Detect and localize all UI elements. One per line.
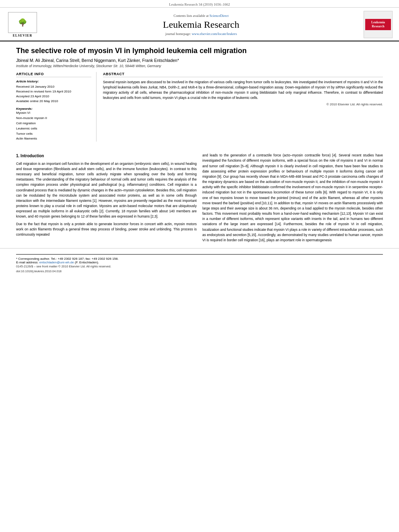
header-center: Contents lists available at ScienceDirec… xyxy=(39,14,364,36)
keywords-label: Keywords: xyxy=(16,107,91,111)
footer-doi: doi:10.1016/j.leukres.2010.04.018 xyxy=(16,269,383,273)
history-item-1: Received in revised form 19 April 2010 xyxy=(16,89,91,94)
footer-issn: 0145-2126/$ – see front matter © 2010 El… xyxy=(16,264,383,269)
article-meta-row: ARTICLE INFO Article history: Received 1… xyxy=(16,72,383,142)
elsevier-logo-box: 🌳 xyxy=(8,12,37,33)
abstract-section: ABSTRACT Several myosin isotypes are dis… xyxy=(103,72,383,142)
journal-logo-box: Leukemia Research xyxy=(364,11,393,38)
intro-para3: and leads to the generation of a contrac… xyxy=(202,153,383,243)
journal-header: 🌳 ELSEVIER Contents lists available at S… xyxy=(0,8,399,41)
article-info-heading: ARTICLE INFO xyxy=(16,72,91,77)
keyword-2: Cell migration xyxy=(16,121,91,126)
keyword-5: Actin filaments xyxy=(16,136,91,142)
history-item-3: Available online 20 May 2010 xyxy=(16,99,91,104)
copyright-line: © 2010 Elsevier Ltd. All rights reserved… xyxy=(103,103,383,106)
footnote-star: * Corresponding author. Tel.: +49 2302 9… xyxy=(16,257,383,264)
elsevier-tree-icon: 🌳 xyxy=(18,19,27,26)
body-col-right: and leads to the generation of a contrac… xyxy=(202,153,383,245)
elsevier-label: ELSEVIER xyxy=(13,34,32,37)
journal-title: Leukemia Research xyxy=(43,19,360,30)
footer-email[interactable]: entschladen@uni-wh.de xyxy=(39,261,74,264)
keywords-section: Keywords: Myosin VI Non-muscle myosin II… xyxy=(16,107,91,142)
sciencedirect-link[interactable]: ScienceDirect xyxy=(210,14,229,18)
email-name: (F. Entschladen). xyxy=(75,261,99,264)
abstract-text: Several myosin isotypes are discussed to… xyxy=(103,80,383,100)
body-columns: 1. Introduction Cell migration is an imp… xyxy=(0,153,399,245)
footer-divider xyxy=(16,254,383,255)
intro-para1: Cell migration is an important cell func… xyxy=(16,161,197,220)
email-label: E-mail address: xyxy=(16,261,39,264)
top-meta: Leukemia Research 34 (2010) 1656–1662 xyxy=(0,0,399,8)
intro-heading: 1. Introduction xyxy=(16,153,197,159)
article-info: ARTICLE INFO Article history: Received 1… xyxy=(16,72,97,142)
history-item-2: Accepted 23 April 2010 xyxy=(16,94,91,99)
article-title: The selective role of myosin VI in lymph… xyxy=(16,46,383,55)
contents-line: Contents lists available at ScienceDirec… xyxy=(43,14,360,18)
logo-line1: Leukemia xyxy=(366,21,390,25)
history-label: Article history: xyxy=(16,80,91,83)
homepage-label: journal homepage: xyxy=(165,32,191,36)
contents-text: Contents lists available at xyxy=(174,14,209,18)
article-authors: Jbireal M. Ali Jbireal, Carina Strell, B… xyxy=(16,58,383,63)
keyword-3: Leukemic cells xyxy=(16,126,91,131)
history-section: Article history: Received 18 January 201… xyxy=(16,80,91,104)
page-wrapper: Leukemia Research 34 (2010) 1656–1662 🌳 … xyxy=(0,0,399,532)
intro-para2: Due to the fact that myosin is only a pr… xyxy=(16,222,197,238)
journal-homepage: journal homepage: www.elsevier.com/locat… xyxy=(43,32,360,36)
body-col-left: 1. Introduction Cell migration is an imp… xyxy=(16,153,197,245)
keyword-4: Tumor cells xyxy=(16,131,91,137)
footnote-star-text: * Corresponding author. Tel.: +49 2302 9… xyxy=(16,257,119,261)
logo-line2: Research xyxy=(366,25,390,29)
keyword-1: Non-muscle myosin II xyxy=(16,116,91,121)
journal-ref: Leukemia Research 34 (2010) 1656–1662 xyxy=(169,2,230,6)
article-affiliation: Institute of Immunology, Witten/Herdecke… xyxy=(16,64,383,68)
page-footer: * Corresponding author. Tel.: +49 2302 9… xyxy=(0,248,399,275)
elsevier-logo: 🌳 ELSEVIER xyxy=(6,12,39,37)
keyword-0: Myosin VI xyxy=(16,111,91,116)
history-item-0: Received 18 January 2010 xyxy=(16,84,91,89)
homepage-url[interactable]: www.elsevier.com/locate/leukres xyxy=(192,32,237,36)
abstract-heading: ABSTRACT xyxy=(103,72,383,77)
journal-logo-inner: Leukemia Research xyxy=(365,19,391,31)
article-content: The selective role of myosin VI in lymph… xyxy=(0,41,399,150)
